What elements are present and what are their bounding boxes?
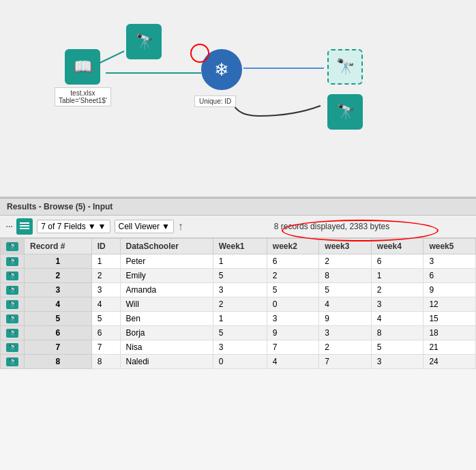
cell-name: Amanda xyxy=(120,283,213,297)
cell-id: 5 xyxy=(91,312,120,326)
results-header: Results - Browse (5) - Input xyxy=(0,199,476,216)
cell-w1: 2 xyxy=(213,297,267,312)
cell-rownum: 1 xyxy=(25,254,92,269)
table-row: 🔭 2 2 Emily 5 2 8 1 6 xyxy=(1,269,476,283)
row-icon-cell: 🔭 xyxy=(1,355,25,369)
col-header-record: Record # xyxy=(25,239,92,254)
cell-id: 6 xyxy=(91,326,120,340)
table-row: 🔭 4 4 Will 2 0 4 3 12 xyxy=(1,297,476,312)
input-node-label: test.xlsx Table='Sheet1$' xyxy=(55,87,111,106)
chevron-down-icon-2: ▼ xyxy=(98,222,106,231)
row-icon-cell: 🔭 xyxy=(1,297,25,312)
cell-w4: 1 xyxy=(371,269,423,283)
table-header-row: 🔭 Record # ID DataSchooler Week1 week2 w… xyxy=(1,239,476,254)
browse-top-box[interactable]: 🔭 xyxy=(126,24,162,59)
row-icon-cell: 🔭 xyxy=(1,269,25,283)
table-row: 🔭 7 7 Nisa 3 7 2 5 21 xyxy=(1,340,476,355)
col-header-id: ID xyxy=(91,239,120,254)
browse-bottom-node[interactable]: 🔭 xyxy=(327,94,363,130)
cell-id: 2 xyxy=(91,269,120,283)
cell-w3: 5 xyxy=(319,283,372,297)
chevron-down-icon-3: ▼ xyxy=(162,222,170,231)
cell-id: 1 xyxy=(91,254,120,269)
cell-w2: 0 xyxy=(267,297,319,312)
data-table-wrapper[interactable]: 🔭 Record # ID DataSchooler Week1 week2 w… xyxy=(0,238,476,470)
svg-rect-3 xyxy=(20,222,29,224)
cell-rownum: 4 xyxy=(25,297,92,312)
sort-button[interactable]: ↑ xyxy=(178,220,183,233)
results-panel: Results - Browse (5) - Input ··· 7 of 7 … xyxy=(0,198,476,470)
cell-w4: 6 xyxy=(371,254,423,269)
cell-w2: 9 xyxy=(267,326,319,340)
input-node-box[interactable]: 📖 xyxy=(65,49,100,85)
cell-rownum: 3 xyxy=(25,283,92,297)
cell-w4: 3 xyxy=(371,355,423,369)
table-body: 🔭 1 1 Peter 1 6 2 6 3 🔭 2 2 Emily 5 2 8 … xyxy=(1,254,476,369)
cell-name: Ben xyxy=(120,312,213,326)
cell-w3: 9 xyxy=(319,312,372,326)
cell-viewer-label: Cell Viewer xyxy=(119,222,160,231)
cell-w5: 3 xyxy=(423,254,476,269)
col-header-dataschooler: DataSchooler xyxy=(120,239,213,254)
cell-w2: 3 xyxy=(267,312,319,326)
cell-id: 3 xyxy=(91,283,120,297)
cell-w4: 8 xyxy=(371,326,423,340)
browse-bottom-box[interactable]: 🔭 xyxy=(327,94,363,130)
browse-top-node[interactable]: 🔭 xyxy=(126,24,162,59)
cell-w1: 3 xyxy=(213,283,267,297)
cell-w5: 12 xyxy=(423,297,476,312)
cell-rownum: 6 xyxy=(25,326,92,340)
cell-w5: 24 xyxy=(423,355,476,369)
table-row: 🔭 5 5 Ben 1 3 9 4 15 xyxy=(1,312,476,326)
cell-w2: 2 xyxy=(267,269,319,283)
table-row: 🔭 8 8 Naledi 0 4 7 3 24 xyxy=(1,355,476,369)
cell-w1: 5 xyxy=(213,269,267,283)
svg-rect-4 xyxy=(20,225,29,226)
cell-id: 4 xyxy=(91,297,120,312)
list-view-icon[interactable] xyxy=(16,218,33,235)
results-toolbar: ··· 7 of 7 Fields ▼ ▼ Cell Viewer ▼ ↑ 8 … xyxy=(0,216,476,238)
cell-w1: 1 xyxy=(213,254,267,269)
cell-name: Borja xyxy=(120,326,213,340)
unique-node-circle[interactable]: ❄ xyxy=(201,49,242,90)
col-header-week5: week5 xyxy=(423,239,476,254)
cell-w5: 21 xyxy=(423,340,476,355)
input-node[interactable]: 📖 test.xlsx Table='Sheet1$' xyxy=(55,49,111,106)
cell-w4: 4 xyxy=(371,312,423,326)
row-icon-cell: 🔭 xyxy=(1,340,25,355)
svg-rect-5 xyxy=(20,228,29,229)
chevron-down-icon: ▼ xyxy=(88,222,96,231)
cell-name: Emily xyxy=(120,269,213,283)
cell-w3: 2 xyxy=(319,340,372,355)
cell-id: 8 xyxy=(91,355,120,369)
table-row: 🔭 6 6 Borja 5 9 3 8 18 xyxy=(1,326,476,340)
table-row: 🔭 3 3 Amanda 3 5 5 2 9 xyxy=(1,283,476,297)
cell-w2: 5 xyxy=(267,283,319,297)
row-icon-cell: 🔭 xyxy=(1,326,25,340)
cell-w3: 7 xyxy=(319,355,372,369)
col-header-icon: 🔭 xyxy=(1,239,25,254)
cell-w3: 2 xyxy=(319,254,372,269)
fields-dropdown[interactable]: 7 of 7 Fields ▼ ▼ xyxy=(37,220,110,233)
cell-w4: 3 xyxy=(371,297,423,312)
fields-dropdown-label: 7 of 7 Fields xyxy=(41,222,85,231)
row-icon-cell: 🔭 xyxy=(1,312,25,326)
unique-node-label: Unique: ID xyxy=(194,96,236,107)
records-info: 8 records displayed, 2383 bytes xyxy=(193,222,471,231)
cell-w5: 15 xyxy=(423,312,476,326)
cell-w3: 4 xyxy=(319,297,372,312)
cell-viewer-dropdown[interactable]: Cell Viewer ▼ xyxy=(115,220,174,233)
cell-w3: 8 xyxy=(319,269,372,283)
cell-w3: 3 xyxy=(319,326,372,340)
browse-right-node[interactable]: 🔭 xyxy=(327,49,363,85)
cell-rownum: 7 xyxy=(25,340,92,355)
row-icon-cell: 🔭 xyxy=(1,254,25,269)
cell-name: Nisa xyxy=(120,340,213,355)
cell-w2: 4 xyxy=(267,355,319,369)
cell-rownum: 5 xyxy=(25,312,92,326)
data-table: 🔭 Record # ID DataSchooler Week1 week2 w… xyxy=(0,238,476,369)
cell-w1: 3 xyxy=(213,340,267,355)
browse-right-box[interactable]: 🔭 xyxy=(327,49,363,85)
cell-w4: 2 xyxy=(371,283,423,297)
col-header-week3: week3 xyxy=(319,239,372,254)
